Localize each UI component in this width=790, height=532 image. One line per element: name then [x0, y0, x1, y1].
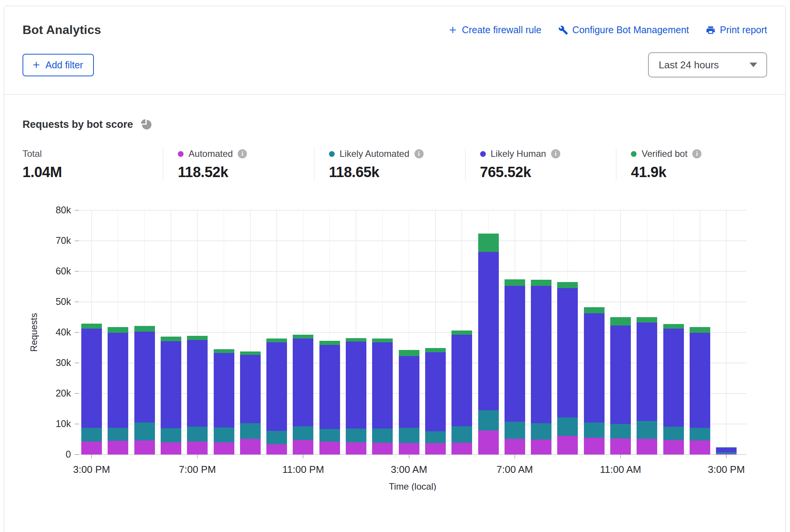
svg-text:0: 0	[66, 449, 71, 459]
automated-dot	[178, 151, 184, 157]
header-actions: Create firewall rule Configure Bot Manag…	[448, 24, 767, 35]
time-range-value: Last 24 hours	[659, 59, 719, 71]
page-title: Bot Analytics	[23, 23, 101, 37]
chevron-down-icon	[750, 63, 757, 67]
requests-by-bot-score-chart[interactable]: 010k20k30k40k50k60k70k80k3:00 PM7:00 PM1…	[23, 206, 767, 492]
pie-chart-icon	[139, 118, 153, 131]
create-firewall-rule-link[interactable]: Create firewall rule	[448, 24, 541, 35]
plus-icon	[448, 25, 458, 35]
stat-automated: Automated i 118.52k	[163, 148, 314, 181]
content: Requests by bot score Total 1.04M Automa…	[4, 118, 785, 492]
info-icon[interactable]: i	[414, 149, 424, 158]
svg-text:3:00 PM: 3:00 PM	[73, 464, 110, 475]
bot-analytics-card: Bot Analytics Create firewall rule Confi…	[4, 6, 786, 532]
stat-likely-automated-value: 118.65k	[329, 164, 458, 181]
svg-text:7:00 AM: 7:00 AM	[497, 464, 533, 475]
svg-text:50k: 50k	[56, 296, 71, 307]
svg-text:Requests: Requests	[29, 313, 39, 351]
info-icon[interactable]: i	[551, 149, 560, 158]
stat-total-label: Total	[23, 148, 42, 159]
svg-text:70k: 70k	[56, 235, 71, 246]
time-range-dropdown[interactable]: Last 24 hours	[648, 52, 767, 77]
stats-row: Total 1.04M Automated i 118.52k Likely A…	[23, 148, 767, 181]
info-icon[interactable]: i	[238, 149, 247, 158]
svg-text:60k: 60k	[56, 266, 71, 276]
stat-likely-human: Likely Human i 765.52k	[465, 148, 616, 181]
likely-human-dot	[480, 151, 486, 157]
svg-text:80k: 80k	[56, 206, 71, 215]
svg-text:30k: 30k	[56, 357, 71, 368]
stat-total-value: 1.04M	[23, 164, 155, 181]
stat-likely-human-label: Likely Human	[491, 148, 546, 159]
svg-text:20k: 20k	[56, 388, 71, 398]
plus-icon	[32, 60, 41, 69]
stat-total: Total 1.04M	[23, 148, 163, 181]
svg-text:11:00 AM: 11:00 AM	[600, 464, 641, 475]
svg-text:3:00 PM: 3:00 PM	[708, 464, 745, 475]
stat-verified-bot-value: 41.9k	[631, 164, 759, 181]
svg-text:40k: 40k	[56, 327, 71, 337]
stat-likely-automated-label: Likely Automated	[340, 148, 410, 159]
svg-text:Time (local): Time (local)	[389, 481, 436, 491]
add-filter-label: Add filter	[45, 60, 83, 71]
section-title: Requests by bot score	[23, 119, 133, 131]
stat-verified-bot-label: Verified bot	[642, 148, 687, 159]
create-firewall-rule-label: Create firewall rule	[462, 24, 541, 35]
stat-likely-human-value: 765.52k	[480, 164, 609, 181]
verified-bot-dot	[631, 151, 637, 157]
configure-bot-management-label: Configure Bot Management	[572, 24, 689, 35]
stat-automated-label: Automated	[189, 148, 233, 159]
info-icon[interactable]: i	[692, 149, 701, 158]
svg-text:3:00 AM: 3:00 AM	[391, 464, 427, 475]
stat-automated-value: 118.52k	[178, 164, 306, 181]
stat-verified-bot: Verified bot i 41.9k	[616, 148, 767, 181]
svg-text:11:00 PM: 11:00 PM	[282, 464, 324, 475]
header: Bot Analytics Create firewall rule Confi…	[4, 6, 785, 95]
stat-likely-automated: Likely Automated i 118.65k	[314, 148, 465, 181]
wrench-icon	[558, 25, 568, 35]
printer-icon	[706, 25, 716, 35]
likely-automated-dot	[329, 151, 335, 157]
configure-bot-management-link[interactable]: Configure Bot Management	[558, 24, 689, 35]
svg-text:7:00 PM: 7:00 PM	[179, 464, 216, 475]
print-report-label: Print report	[720, 24, 767, 35]
svg-text:10k: 10k	[56, 418, 71, 429]
print-report-link[interactable]: Print report	[706, 24, 767, 35]
add-filter-button[interactable]: Add filter	[23, 54, 94, 76]
